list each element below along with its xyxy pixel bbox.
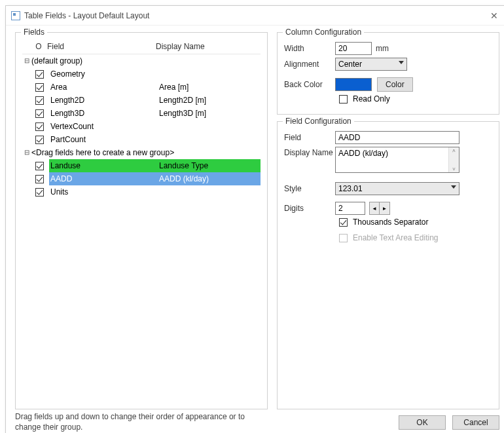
header-o[interactable]: O xyxy=(22,42,45,51)
tree-item[interactable]: Geometry xyxy=(22,67,261,81)
visibility-checkbox[interactable] xyxy=(35,188,44,197)
visibility-checkbox[interactable] xyxy=(35,162,44,170)
visibility-checkbox[interactable] xyxy=(35,96,44,105)
visibility-checkbox[interactable] xyxy=(35,70,44,79)
thousands-label: Thousands Separator xyxy=(353,217,428,227)
tree-group[interactable]: ⊟(default group) xyxy=(22,54,261,67)
group-label: (default group) xyxy=(31,56,82,66)
field-config-groupbox: Field Configuration Field Display Name A… xyxy=(277,121,499,409)
field-input[interactable] xyxy=(335,131,459,144)
alignment-value: Center xyxy=(338,60,362,69)
tree-item[interactable]: PartCount xyxy=(22,133,261,146)
visibility-checkbox[interactable] xyxy=(35,122,44,131)
cancel-button[interactable]: Cancel xyxy=(452,415,499,430)
hint-text: Drag fields up and down to change their … xyxy=(6,412,268,433)
enable-textarea-label: Enable Text Area Editing xyxy=(353,233,439,242)
width-unit: mm xyxy=(376,44,389,53)
color-button[interactable]: Color xyxy=(377,77,413,92)
collapse-icon[interactable]: ⊟ xyxy=(22,56,31,66)
tree-item[interactable]: Length2DLength2D [m] xyxy=(22,94,261,107)
tree-item[interactable]: LanduseLanduse Type xyxy=(22,159,261,172)
field-name: Geometry xyxy=(49,67,158,81)
window-title: Table Fields - Layout Default Layout xyxy=(24,11,149,20)
digits-increment[interactable]: ► xyxy=(380,202,390,215)
readonly-checkbox[interactable] xyxy=(339,95,348,104)
app-icon xyxy=(11,11,20,20)
tree-group[interactable]: ⊟<Drag fields here to create a new group… xyxy=(22,146,261,159)
display-name xyxy=(158,185,261,198)
enable-textarea-checkbox xyxy=(339,234,348,242)
field-name: Units xyxy=(49,185,158,198)
tree-item[interactable]: Units xyxy=(22,185,261,198)
chevron-down-icon xyxy=(451,185,456,189)
style-label: Style xyxy=(284,184,335,193)
tree-header: O Field Display Name xyxy=(22,39,261,54)
fields-legend: Fields xyxy=(21,28,47,37)
displayname-label: Display Name xyxy=(284,147,335,157)
thousands-checkbox[interactable] xyxy=(339,218,348,227)
column-config-legend: Column Configuration xyxy=(283,28,364,37)
display-name: Length3D [m] xyxy=(158,107,261,120)
digits-label: Digits xyxy=(284,204,335,213)
tree-item[interactable]: Length3DLength3D [m] xyxy=(22,107,261,120)
close-icon[interactable]: ✕ xyxy=(485,9,503,22)
readonly-label: Read Only xyxy=(353,94,390,104)
display-name: AADD (kl/day) xyxy=(158,172,261,185)
displayname-value: AADD (kl/day) xyxy=(338,149,388,158)
fields-tree[interactable]: ⊟(default group)GeometryAreaArea [m]Leng… xyxy=(22,54,261,402)
field-name: VertexCount xyxy=(49,120,158,133)
backcolor-label: Back Color xyxy=(284,80,335,89)
header-display[interactable]: Display Name xyxy=(153,42,261,51)
tree-item[interactable]: AADDAADD (kl/day) xyxy=(22,172,261,185)
visibility-checkbox[interactable] xyxy=(35,175,44,183)
field-config-legend: Field Configuration xyxy=(283,117,354,126)
chevron-down-icon xyxy=(399,61,404,64)
column-config-groupbox: Column Configuration Width mm Alignment … xyxy=(277,32,499,115)
fields-groupbox: Fields O Field Display Name ⊟(default gr… xyxy=(15,32,268,409)
field-name: Length3D xyxy=(49,107,158,120)
style-combo[interactable]: 123.01 xyxy=(335,182,459,195)
field-name: Length2D xyxy=(49,94,158,107)
digits-decrement[interactable]: ◄ xyxy=(369,202,380,215)
visibility-checkbox[interactable] xyxy=(35,109,44,118)
display-name xyxy=(158,67,261,81)
field-name: Landuse xyxy=(49,159,158,172)
collapse-icon[interactable]: ⊟ xyxy=(22,148,31,157)
display-name: Length2D [m] xyxy=(158,94,261,107)
backcolor-swatch[interactable] xyxy=(335,78,372,91)
display-name: Landuse Type xyxy=(158,159,261,172)
field-label: Field xyxy=(284,133,335,142)
digits-input[interactable] xyxy=(335,202,365,215)
alignment-combo[interactable]: Center xyxy=(335,58,407,71)
tree-item[interactable]: VertexCount xyxy=(22,120,261,133)
field-name: Area xyxy=(49,81,158,94)
visibility-checkbox[interactable] xyxy=(35,136,44,144)
ok-button[interactable]: OK xyxy=(399,415,446,430)
width-input[interactable] xyxy=(335,42,372,55)
width-label: Width xyxy=(284,44,335,53)
alignment-label: Alignment xyxy=(284,60,335,69)
style-value: 123.01 xyxy=(338,184,363,193)
tree-item[interactable]: AreaArea [m] xyxy=(22,81,261,94)
visibility-checkbox[interactable] xyxy=(35,83,44,92)
group-label: <Drag fields here to create a new group> xyxy=(31,148,174,157)
display-name: Area [m] xyxy=(158,81,261,94)
field-name: PartCount xyxy=(49,133,158,146)
header-field[interactable]: Field xyxy=(45,42,153,51)
titlebar: Table Fields - Layout Default Layout ✕ xyxy=(6,6,504,26)
field-name: AADD xyxy=(49,172,158,185)
display-name xyxy=(158,133,261,146)
dialog-window: Table Fields - Layout Default Layout ✕ F… xyxy=(5,5,504,433)
textarea-scrollbar[interactable]: ʌv xyxy=(448,147,459,172)
display-name xyxy=(158,120,261,133)
displayname-textarea[interactable]: AADD (kl/day) ʌv xyxy=(335,147,459,173)
